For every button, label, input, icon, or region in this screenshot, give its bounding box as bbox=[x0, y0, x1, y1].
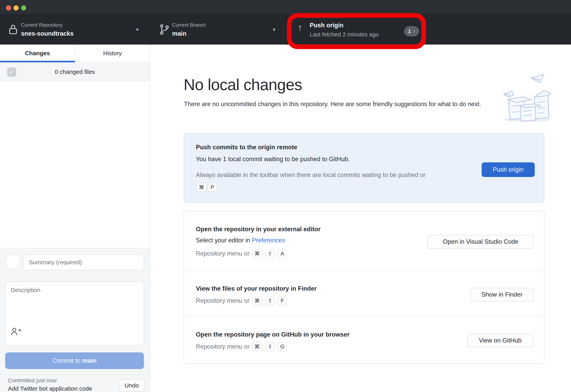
suggestion-row-title: View the files of your repository in Fin… bbox=[196, 285, 317, 292]
last-commit-message: Add Twitter bot application code bbox=[8, 385, 92, 392]
push-card-title: Push commits to the origin remote bbox=[196, 144, 297, 151]
minimize-button[interactable] bbox=[14, 5, 19, 11]
titlebar bbox=[0, 0, 571, 14]
open-in-editor-button[interactable]: Open in Visual Studio Code bbox=[427, 235, 534, 249]
cmd-key: ⌘ bbox=[252, 249, 262, 258]
push-origin-toolbar-button[interactable]: ↑ Push origin Last fetched 2 minutes ago… bbox=[287, 15, 438, 45]
cmd-key: ⌘ bbox=[196, 183, 207, 192]
cmd-key: ⌘ bbox=[252, 342, 262, 351]
avatar bbox=[5, 254, 20, 269]
current-repository-value: snes-soundtracks bbox=[21, 30, 74, 37]
a-key: A bbox=[278, 249, 287, 258]
push-card-body: You have 1 local commit waiting to be pu… bbox=[196, 156, 350, 163]
push-card-hint: Always available in the toolbar when the… bbox=[196, 169, 428, 193]
active-tab-underline bbox=[0, 61, 75, 62]
view-on-github-button[interactable]: View on GitHub bbox=[467, 334, 533, 347]
push-card-hint-text: Always available in the toolbar when the… bbox=[196, 171, 425, 178]
chevron-down-icon: ▾ bbox=[136, 27, 139, 33]
page-title: No local changes bbox=[184, 76, 302, 94]
current-branch-dropdown[interactable]: Current Branch main ▾ bbox=[150, 15, 287, 45]
push-suggestion-card: Push commits to the origin remote You ha… bbox=[184, 133, 544, 203]
shortcut-hint-text: Repository menu or bbox=[196, 250, 250, 257]
sidebar-tabs: Changes History bbox=[0, 44, 150, 62]
preferences-link[interactable]: Preferences bbox=[252, 237, 285, 244]
tab-changes-label: Changes bbox=[25, 50, 50, 57]
push-origin-button[interactable]: Push origin bbox=[481, 162, 535, 177]
toolbar: Current Repository snes-soundtracks ▾ Cu… bbox=[0, 14, 571, 44]
close-button[interactable] bbox=[6, 5, 11, 11]
ahead-commits-badge: 1 ↑ bbox=[404, 26, 419, 36]
description-textarea[interactable] bbox=[5, 281, 144, 345]
commit-button[interactable]: Commit to main bbox=[5, 352, 144, 369]
editor-hint-text: Select your editor in bbox=[196, 237, 250, 244]
commit-form: Commit to main Committed just now Add Tw… bbox=[0, 248, 150, 392]
p-key: P bbox=[208, 183, 217, 192]
add-coauthor-icon[interactable] bbox=[10, 327, 21, 336]
page-subtitle: There are no uncommitted changes in this… bbox=[184, 98, 493, 110]
suggestion-row-shortcut: Repository menu or ⌘ ⇧ A bbox=[196, 249, 287, 258]
g-key: G bbox=[278, 342, 287, 351]
git-branch-icon bbox=[159, 23, 169, 36]
empty-state-illustration bbox=[502, 74, 551, 123]
changed-files-checkbox[interactable]: ✓ bbox=[7, 68, 16, 77]
f-key: F bbox=[278, 296, 287, 305]
current-branch-label: Current Branch bbox=[172, 22, 206, 28]
shortcut-hint-text: Repository menu or bbox=[196, 343, 250, 350]
suggestion-row-shortcut: Repository menu or ⌘ ⇧ G bbox=[196, 342, 287, 351]
tab-history[interactable]: History bbox=[75, 44, 150, 62]
tab-changes[interactable]: Changes bbox=[0, 44, 75, 62]
suggestion-row-title: Open the repository page on GitHub in yo… bbox=[196, 331, 349, 338]
suggestion-row-subtitle: Select your editor in Preferences bbox=[196, 237, 285, 244]
changed-files-count: 0 changed files bbox=[0, 63, 150, 81]
arrow-up-icon: ↑ bbox=[298, 23, 302, 32]
shift-key: ⇧ bbox=[266, 342, 275, 351]
tab-history-label: History bbox=[103, 50, 122, 57]
changed-files-row: 0 changed files ✓ bbox=[0, 63, 150, 81]
lock-icon bbox=[8, 23, 18, 36]
last-commit-status: Committed just now bbox=[8, 377, 57, 384]
row-divider bbox=[184, 316, 544, 316]
show-in-finder-button[interactable]: Show in Finder bbox=[470, 288, 534, 301]
github-desktop-window: Current Repository snes-soundtracks ▾ Cu… bbox=[0, 0, 571, 392]
commit-button-prefix: Commit to bbox=[53, 357, 80, 364]
check-icon: ✓ bbox=[9, 69, 14, 76]
commit-button-branch: main bbox=[82, 357, 97, 364]
push-origin-subtitle: Last fetched 2 minutes ago bbox=[310, 31, 379, 38]
cmd-key: ⌘ bbox=[252, 296, 262, 305]
suggestions-card: Open the repository in your external edi… bbox=[184, 211, 544, 364]
chevron-down-icon: ▾ bbox=[273, 27, 275, 33]
summary-input[interactable] bbox=[23, 254, 144, 270]
zoom-button[interactable] bbox=[21, 5, 26, 11]
shortcut-hint-text: Repository menu or bbox=[196, 297, 250, 304]
shift-key: ⇧ bbox=[266, 249, 275, 258]
sidebar: Changes History 0 changed files ✓ C bbox=[0, 44, 150, 392]
badge-count: 1 bbox=[408, 28, 411, 34]
shift-key: ⇧ bbox=[266, 296, 275, 305]
suggestion-row-shortcut: Repository menu or ⌘ ⇧ F bbox=[196, 296, 287, 305]
undo-button[interactable]: Undo bbox=[119, 379, 144, 392]
last-commit-bar: Committed just now Add Twitter bot appli… bbox=[0, 374, 150, 392]
push-origin-title: Push origin bbox=[310, 22, 344, 29]
arrow-up-icon: ↑ bbox=[413, 28, 415, 34]
row-divider bbox=[184, 271, 544, 271]
current-branch-value: main bbox=[172, 30, 186, 37]
current-repository-dropdown[interactable]: Current Repository snes-soundtracks ▾ bbox=[0, 15, 150, 45]
current-repository-label: Current Repository bbox=[21, 22, 63, 28]
suggestion-row-title: Open the repository in your external edi… bbox=[196, 226, 321, 233]
